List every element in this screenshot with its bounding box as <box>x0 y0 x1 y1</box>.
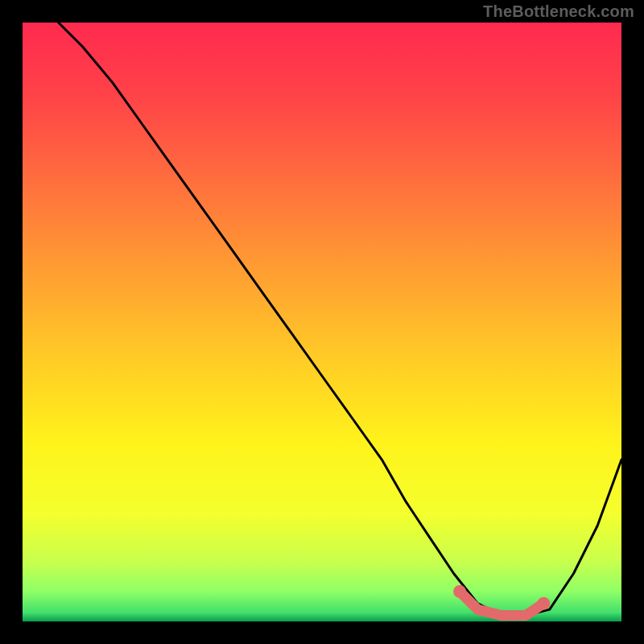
bottleneck-curve <box>59 23 621 616</box>
optimal-range-dot <box>453 585 466 598</box>
curve-layer <box>23 23 621 621</box>
watermark-text: TheBottleneck.com <box>483 2 634 21</box>
plot-area <box>23 23 621 621</box>
optimal-range-dot <box>537 597 550 610</box>
chart-frame: TheBottleneck.com <box>0 0 644 644</box>
